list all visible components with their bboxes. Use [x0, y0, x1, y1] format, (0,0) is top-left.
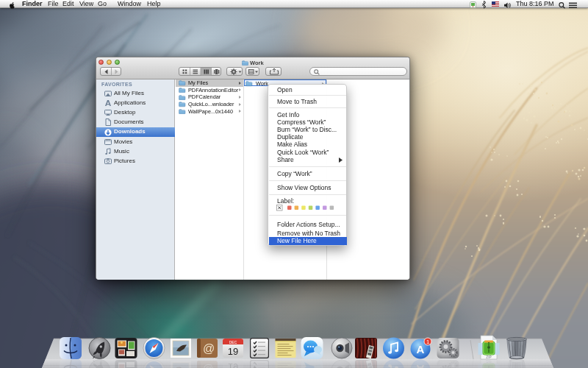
svg-text:A: A [417, 343, 425, 355]
svg-text:@: @ [203, 342, 215, 355]
svg-text:1: 1 [426, 339, 429, 345]
svg-text:ZIP: ZIP [486, 355, 492, 359]
svg-text:DEC: DEC [229, 340, 237, 344]
svg-text:19: 19 [228, 346, 238, 357]
